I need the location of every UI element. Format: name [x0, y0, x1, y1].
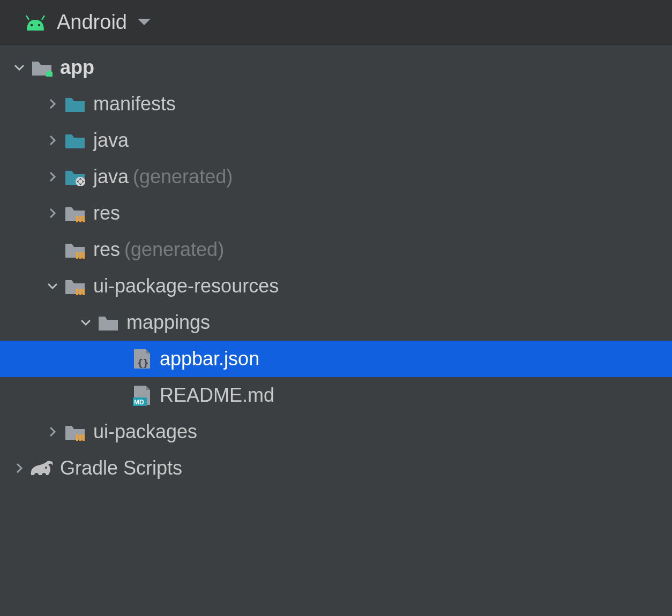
- json-file-icon: {}: [129, 348, 154, 370]
- resource-folder-icon: [62, 241, 88, 259]
- chevron-right-icon: [43, 426, 62, 438]
- tree-item-readme[interactable]: › MD README.md: [0, 377, 672, 414]
- folder-icon: [95, 313, 121, 332]
- tree-label: java: [93, 166, 129, 188]
- tree-label: ui-package-resources: [93, 275, 279, 297]
- chevron-right-icon: [43, 207, 62, 219]
- tree-label: ui-packages: [93, 420, 197, 443]
- resource-folder-icon: [62, 204, 88, 222]
- tree-item-java-generated[interactable]: java (generated): [0, 159, 672, 195]
- resource-folder-icon: [62, 277, 88, 295]
- tree-label: README.md: [160, 384, 274, 407]
- svg-rect-8: [83, 216, 85, 222]
- tree-item-res-generated[interactable]: › res (generated): [0, 231, 672, 268]
- svg-point-3: [38, 24, 40, 26]
- project-view-title: Android: [57, 11, 127, 34]
- markdown-file-icon: MD: [129, 385, 154, 406]
- svg-rect-18: [76, 434, 78, 441]
- svg-point-21: [45, 467, 47, 469]
- tree-label: res: [93, 202, 120, 224]
- tree-label: manifests: [93, 93, 176, 115]
- folder-icon: [62, 131, 88, 149]
- tree-label: app: [60, 56, 94, 79]
- tree-label: appbar.json: [160, 348, 259, 370]
- tree-item-appbar-json[interactable]: › {} appbar.json: [0, 341, 672, 377]
- tree-suffix: (generated): [124, 238, 224, 261]
- svg-rect-6: [76, 216, 78, 222]
- svg-rect-14: [83, 289, 85, 295]
- svg-rect-20: [83, 434, 85, 441]
- chevron-right-icon: [10, 462, 29, 474]
- tree-label: java: [93, 129, 129, 152]
- gradle-icon: [29, 459, 55, 477]
- android-icon: [24, 14, 47, 31]
- svg-text:MD: MD: [134, 399, 144, 406]
- svg-rect-13: [79, 289, 81, 295]
- tree-item-ui-package-resources[interactable]: ui-package-resources: [0, 268, 672, 304]
- tree-item-mappings[interactable]: mappings: [0, 304, 672, 341]
- tree-label: res: [93, 238, 120, 261]
- project-view-header[interactable]: Android: [0, 0, 672, 45]
- chevron-right-icon: [43, 98, 62, 110]
- tree-item-manifests[interactable]: manifests: [0, 86, 672, 122]
- project-tree: app manifests java: [0, 45, 672, 486]
- tree-label: mappings: [126, 311, 210, 334]
- svg-rect-10: [79, 252, 81, 259]
- tree-item-res[interactable]: res: [0, 195, 672, 231]
- dropdown-chevron-icon[interactable]: [137, 18, 152, 27]
- tree-label: Gradle Scripts: [60, 457, 182, 479]
- svg-rect-12: [76, 289, 78, 295]
- resource-folder-icon: [62, 423, 88, 441]
- chevron-right-icon: [43, 171, 62, 183]
- folder-icon: [62, 95, 88, 113]
- svg-text:{}: {}: [137, 357, 149, 369]
- chevron-down-icon: [10, 62, 29, 73]
- tree-item-ui-packages[interactable]: ui-packages: [0, 414, 672, 450]
- chevron-right-icon: [43, 134, 62, 146]
- svg-point-2: [31, 24, 33, 26]
- tree-item-java[interactable]: java: [0, 122, 672, 159]
- generated-folder-icon: [62, 168, 88, 186]
- svg-line-0: [26, 16, 29, 20]
- svg-rect-7: [79, 216, 81, 222]
- chevron-down-icon: [76, 317, 95, 328]
- tree-item-gradle-scripts[interactable]: Gradle Scripts: [0, 450, 672, 486]
- svg-rect-11: [83, 252, 85, 259]
- tree-suffix: (generated): [133, 166, 233, 188]
- svg-line-1: [42, 16, 44, 20]
- chevron-down-icon: [43, 280, 62, 292]
- tree-item-app[interactable]: app: [0, 49, 672, 86]
- svg-rect-9: [76, 252, 78, 259]
- module-folder-icon: [29, 58, 55, 77]
- svg-rect-19: [79, 434, 81, 441]
